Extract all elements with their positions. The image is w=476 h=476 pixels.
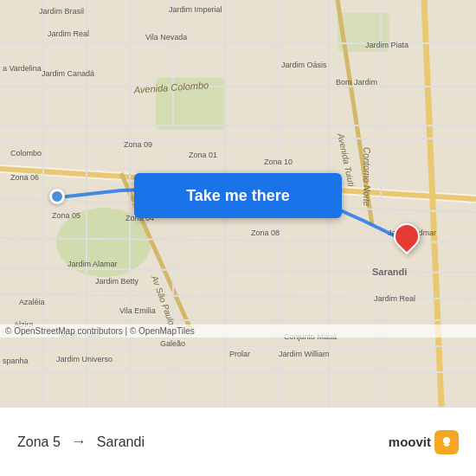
moovit-logo: moovit <box>389 430 459 454</box>
svg-text:a Vardelina: a Vardelina <box>3 64 42 73</box>
svg-text:Jardim Real: Jardim Real <box>48 29 89 38</box>
svg-text:spanha: spanha <box>3 357 29 365</box>
svg-text:Jardim Alamar: Jardim Alamar <box>68 260 118 268</box>
map-attribution: © OpenStreetMap contributors | © OpenMap… <box>0 325 476 338</box>
svg-text:Galeão: Galeão <box>160 339 185 348</box>
svg-text:Zona 08: Zona 08 <box>251 228 280 237</box>
svg-text:Zona 09: Zona 09 <box>124 140 152 149</box>
route-info: Zona 5 → Sarandi <box>17 433 389 451</box>
svg-text:Zona 10: Zona 10 <box>264 158 293 166</box>
svg-text:Sarandi: Sarandi <box>372 267 407 277</box>
svg-text:Zona 01: Zona 01 <box>189 151 217 159</box>
svg-text:Contorno Norte: Contorno Norte <box>362 147 371 207</box>
moovit-icon <box>434 430 459 454</box>
map-area: Avenida Colombo Contorno Norte Avenida T… <box>0 0 476 407</box>
route-from: Zona 5 <box>17 434 61 450</box>
route-arrow: → <box>71 433 87 451</box>
svg-text:Colombo: Colombo <box>10 149 42 158</box>
take-me-there-button[interactable]: Take me there <box>134 173 342 218</box>
svg-text:Zona 06: Zona 06 <box>10 173 39 182</box>
route-to: Sarandi <box>97 434 145 450</box>
svg-text:Zona 05: Zona 05 <box>52 211 80 220</box>
start-location-dot <box>49 189 65 204</box>
svg-text:Jardim Universo: Jardim Universo <box>56 355 113 363</box>
svg-text:Azaléia: Azaléia <box>19 298 45 306</box>
svg-text:Jardim Real: Jardim Real <box>374 294 415 303</box>
destination-pin <box>394 223 420 249</box>
svg-text:Jardim Oásis: Jardim Oásis <box>281 61 327 69</box>
svg-text:Jardim Imperial: Jardim Imperial <box>169 5 222 14</box>
svg-text:Prolar: Prolar <box>229 350 250 358</box>
bottom-bar: Zona 5 → Sarandi moovit <box>0 407 476 476</box>
svg-text:Jardim Canadá: Jardim Canadá <box>42 69 94 78</box>
svg-text:Jardim William: Jardim William <box>279 350 330 358</box>
svg-text:Bom Jardim: Bom Jardim <box>336 78 377 87</box>
svg-text:Vila Emilia: Vila Emilia <box>119 306 156 315</box>
svg-text:Vila Nevada: Vila Nevada <box>145 33 187 42</box>
svg-text:Jardim Betty: Jardim Betty <box>95 277 139 286</box>
svg-text:Jardim Brasil: Jardim Brasil <box>39 7 84 16</box>
app-container: Avenida Colombo Contorno Norte Avenida T… <box>0 0 476 476</box>
svg-point-64 <box>443 437 450 444</box>
svg-text:Jardim Piata: Jardim Piata <box>365 41 408 49</box>
moovit-brand-text: moovit <box>389 434 431 449</box>
